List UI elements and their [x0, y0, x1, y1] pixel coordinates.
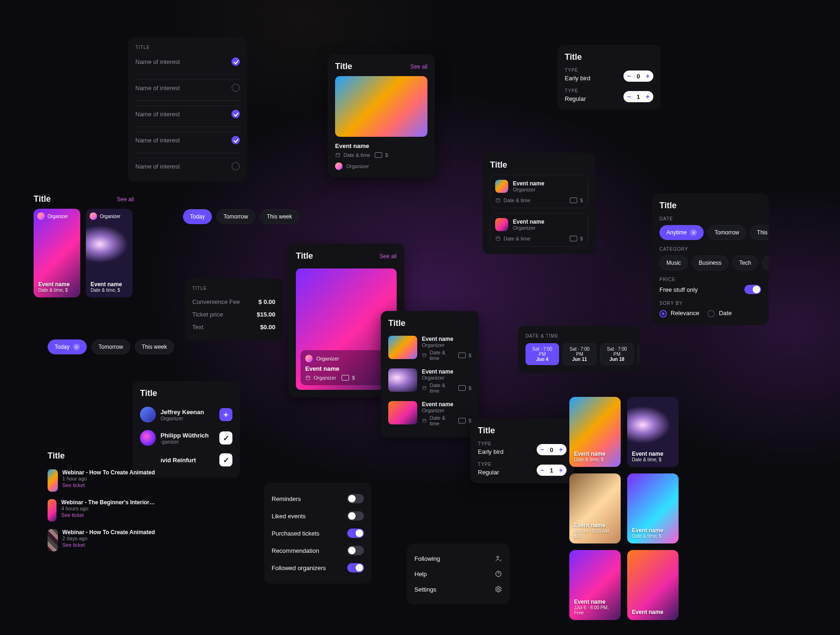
event-tile[interactable]: Organizer Event name Date & time, $: [86, 209, 133, 297]
see-ticket-link[interactable]: See ticket: [61, 512, 155, 518]
filter-this-week[interactable]: This week: [260, 209, 299, 224]
card-title: Title: [490, 160, 588, 170]
reminders-toggle[interactable]: [347, 494, 364, 503]
event-tile[interactable]: Organizer Event name Date & time, $: [34, 209, 80, 297]
event-tile[interactable]: Event nameJJul 6 · 8:00 PM, Free: [569, 550, 621, 620]
webinar-row[interactable]: Webinar - The Beginner's Interior… 4 hou…: [48, 495, 155, 525]
filter-today-chip[interactable]: Today×: [48, 339, 87, 354]
quantity-stepper[interactable]: − 1 +: [623, 91, 653, 102]
interest-row[interactable]: Name of interest: [135, 106, 240, 122]
minus-button[interactable]: −: [627, 93, 631, 100]
interest-checkbox[interactable]: [231, 136, 240, 144]
plus-button[interactable]: +: [559, 446, 563, 453]
liked-toggle[interactable]: [347, 511, 364, 521]
interest-checkbox[interactable]: [231, 110, 240, 118]
category-chip[interactable]: Design: [762, 255, 769, 270]
event-row[interactable]: Event name Organizer Date & time $: [388, 332, 471, 365]
date-chip[interactable]: Sat · 7:00 PM Jun 4: [525, 343, 559, 365]
date-chip[interactable]: Sat · 7:00 PM Jun 11: [563, 343, 596, 365]
date-anytime-chip[interactable]: Anytime×: [659, 225, 704, 240]
followed-button[interactable]: ✓: [219, 431, 232, 444]
interest-checkbox[interactable]: [231, 57, 240, 66]
mini-event-item[interactable]: Event name Organizer Date & time $: [490, 213, 588, 247]
webinar-time: 2 days ago: [63, 536, 155, 541]
event-name: Event name: [422, 336, 471, 342]
toggle-row: Recommendation: [272, 542, 364, 559]
free-toggle[interactable]: [744, 285, 761, 294]
date-chip[interactable]: Sat · 7:00 PM Jun 18: [600, 343, 634, 365]
see-all-link[interactable]: See all: [410, 64, 427, 70]
organizer-name: Organizer: [48, 214, 68, 219]
see-all-link[interactable]: See all: [379, 253, 397, 260]
ticket-price-value: $15.00: [257, 311, 275, 318]
interest-row[interactable]: Name of interest: [135, 79, 240, 96]
quantity-stepper[interactable]: − 0 +: [623, 71, 653, 82]
sort-date[interactable]: Date: [707, 310, 731, 318]
interest-row[interactable]: Name of interest: [135, 158, 240, 174]
followed-button[interactable]: ✓: [219, 453, 232, 466]
menu-settings[interactable]: Settings: [414, 581, 502, 597]
close-icon[interactable]: ×: [690, 229, 697, 236]
menu-following[interactable]: Following: [414, 551, 502, 566]
fee-value: $ 0.00: [259, 298, 275, 305]
see-all-link[interactable]: See all: [117, 196, 134, 203]
event-row[interactable]: Event name Organizer Date & time $: [388, 365, 471, 397]
tickets-top-card: Title TYPE Early bird − 0 + TYPE Regular…: [557, 45, 661, 110]
avatar: [140, 430, 156, 446]
quantity-stepper[interactable]: − 0 +: [537, 444, 567, 455]
gear-icon: [495, 586, 502, 593]
price-label: PRICE: [659, 277, 761, 282]
interest-checkbox[interactable]: [231, 84, 240, 92]
follow-button[interactable]: ＋: [219, 408, 232, 421]
minus-button[interactable]: −: [540, 466, 544, 474]
event-tile[interactable]: Event nameDate & time, $: [569, 397, 621, 467]
category-chip[interactable]: Tech: [732, 255, 758, 270]
event-image[interactable]: [335, 76, 427, 137]
interests-card: TITLE Name of interest Name of interest …: [128, 37, 247, 182]
event-tile[interactable]: Event nameDate & time, $: [627, 397, 679, 467]
quantity-stepper[interactable]: − 1 +: [537, 465, 567, 476]
category-chip[interactable]: Music: [659, 255, 688, 270]
ticket-icon: $: [570, 236, 583, 241]
event-tile[interactable]: Event name: [627, 550, 679, 620]
event-row[interactable]: Event name Organizer Date & time $: [388, 397, 471, 430]
sort-relevance[interactable]: Relevance: [659, 310, 699, 318]
filter-this-week[interactable]: This week: [135, 339, 174, 354]
see-ticket-link[interactable]: See ticket: [63, 542, 155, 548]
event-tile[interactable]: Event nameJun 14 · 9:00 AM, $10: [569, 473, 621, 543]
minus-button[interactable]: −: [540, 446, 544, 453]
interest-checkbox[interactable]: [231, 162, 240, 170]
recommendation-toggle[interactable]: [347, 546, 364, 555]
quantity-value: 0: [548, 446, 555, 453]
event-tile[interactable]: Event nameDate & time, $: [627, 473, 679, 543]
followed-toggle[interactable]: [347, 563, 364, 572]
close-icon[interactable]: ×: [73, 344, 80, 350]
toggle-row: Followed organizers: [272, 559, 364, 576]
date-chip[interactable]: Sat: [637, 343, 639, 365]
calendar-icon: Date & time: [495, 198, 530, 203]
date-thisweek-chip[interactable]: This week: [750, 225, 769, 240]
plus-button[interactable]: +: [559, 466, 563, 474]
webinar-row[interactable]: Webinar - How To Create Animated 1 hour …: [48, 466, 155, 495]
plus-button[interactable]: +: [646, 93, 650, 100]
card-title: Title: [140, 388, 232, 398]
purchased-toggle[interactable]: [347, 529, 364, 538]
mini-events-card: Title Event name Organizer Date & time $…: [483, 153, 595, 254]
webinar-row[interactable]: Webinar - How To Create Animated 2 days …: [48, 525, 155, 555]
category-chip[interactable]: Business: [692, 255, 728, 270]
calendar-icon: Organizer: [305, 375, 336, 381]
date-tomorrow-chip[interactable]: Tomorrow: [707, 225, 746, 240]
filter-today[interactable]: Today: [183, 209, 212, 224]
interest-row[interactable]: Name of interest: [135, 132, 240, 148]
see-ticket-link[interactable]: See ticket: [63, 482, 155, 488]
type-label: TYPE: [565, 68, 590, 73]
minus-button[interactable]: −: [627, 72, 631, 80]
ticket-type-name: Regular: [565, 95, 586, 102]
mini-event-item[interactable]: Event name Organizer Date & time $: [490, 175, 588, 208]
interest-row[interactable]: Name of interest: [135, 54, 240, 70]
plus-button[interactable]: +: [646, 72, 650, 80]
menu-help[interactable]: Help: [414, 566, 502, 581]
filter-tomorrow[interactable]: Tomorrow: [217, 209, 255, 224]
card-title: Title: [478, 426, 567, 436]
filter-tomorrow[interactable]: Tomorrow: [91, 339, 130, 354]
